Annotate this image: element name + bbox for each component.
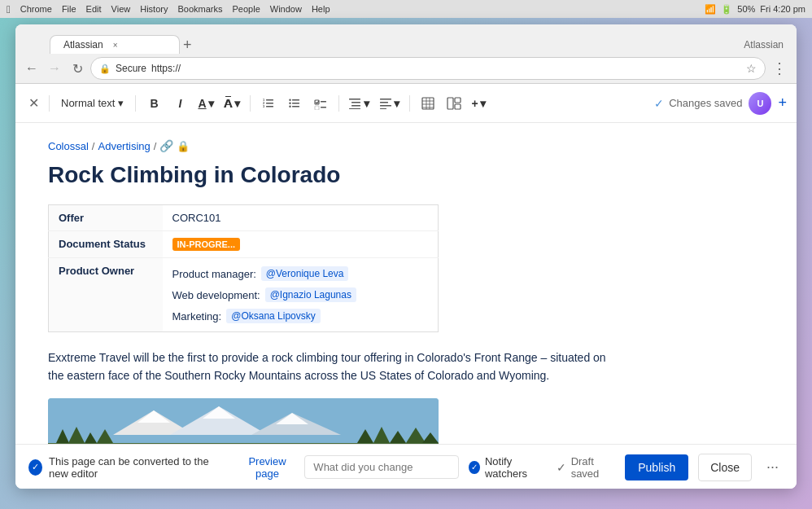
mountain-svg [48, 398, 439, 444]
mac-os-bar:  Chrome File Edit View History Bookmark… [0, 0, 812, 18]
breadcrumb-sep-1: / [92, 140, 95, 152]
close-btn[interactable]: Close [698, 454, 752, 481]
convert-text: This page can be converted to the new ed… [49, 455, 230, 480]
product-owner-value: Product manager: @Veronique Leva Web dev… [163, 258, 439, 332]
svg-point-9 [289, 99, 290, 100]
breadcrumb-advertising[interactable]: Advertising [98, 140, 150, 152]
checkbox-btn[interactable] [309, 92, 332, 115]
bookmark-btn[interactable]: ☆ [746, 62, 757, 75]
svg-rect-30 [447, 98, 453, 109]
battery-percent: 50% [737, 4, 755, 14]
back-btn[interactable]: ← [22, 59, 41, 78]
svg-rect-23 [380, 108, 386, 109]
svg-rect-13 [321, 101, 326, 103]
svg-rect-19 [349, 108, 360, 109]
convert-notice: ✓ This page can be converted to the new … [28, 455, 230, 480]
browser-menu-btn[interactable]: ⋮ [769, 59, 790, 77]
table-layout-btn[interactable] [443, 92, 465, 115]
svg-rect-0 [266, 99, 273, 101]
notify-check-icon: ✓ [469, 461, 480, 474]
page-content: Colossal / Advertising / 🔗 🔒 Rock Climbi… [15, 123, 797, 444]
changes-saved: ✓ Changes saved [654, 97, 742, 110]
offer-label: Offer [49, 205, 163, 231]
menu-help[interactable]: Help [312, 4, 330, 14]
preview-page-btn[interactable]: Preview page [240, 455, 295, 480]
italic-btn[interactable]: I [168, 92, 191, 115]
notify-watchers[interactable]: ✓ Notify watchers [469, 455, 546, 480]
change-description-input[interactable] [304, 455, 459, 479]
toolbar-divider-1 [49, 95, 50, 112]
browser-window: Atlassian × + Atlassian ← → ↻ 🔒 Secure h… [15, 24, 797, 489]
breadcrumb-colossal[interactable]: Colossal [48, 140, 89, 152]
link-icon[interactable]: 🔗 [159, 139, 173, 152]
address-text: https:// [151, 63, 181, 74]
more-options-btn[interactable]: ··· [762, 455, 784, 479]
check-circle-icon: ✓ [654, 97, 664, 110]
breadcrumb-sep-2: / [154, 140, 157, 152]
lock-icon[interactable]: 🔒 [177, 140, 190, 152]
svg-rect-21 [380, 102, 388, 103]
color-btn[interactable]: A̅ ▾ [220, 92, 243, 115]
info-table: Offer CORC101 Document Status IN-PROGRE.… [48, 204, 439, 332]
mac-status: 📶 🔋 50% Fri 4:20 pm [705, 4, 805, 15]
ordered-list-btn[interactable]: 123 [257, 92, 280, 115]
table-btn[interactable] [417, 92, 439, 115]
new-tab-btn[interactable]: + [180, 37, 195, 54]
forward-btn[interactable]: → [45, 59, 64, 78]
svg-rect-1 [266, 103, 273, 104]
menu-edit[interactable]: Edit [86, 4, 102, 14]
notify-label: Notify watchers [485, 455, 547, 480]
user-avatar[interactable]: U [749, 92, 771, 115]
address-bar[interactable]: 🔒 Secure https:// ☆ [90, 57, 766, 80]
tab-close-btn[interactable]: × [110, 39, 121, 50]
mention-veronique[interactable]: @Veronique Leva [261, 266, 349, 281]
offer-value: CORC101 [163, 205, 439, 231]
table-row-offer: Offer CORC101 [49, 205, 439, 231]
menu-people[interactable]: People [233, 4, 260, 14]
insert-btn[interactable]: + ▾ [469, 92, 489, 115]
time-display: Fri 4:20 pm [760, 4, 805, 14]
mention-ignazio[interactable]: @Ignazio Lagunas [265, 287, 356, 302]
align-btn[interactable]: ▾ [376, 92, 403, 115]
text-style-dropdown[interactable]: Normal text ▾ [56, 94, 129, 112]
menu-file[interactable]: File [62, 4, 76, 14]
svg-point-10 [289, 102, 290, 103]
toolbar-divider-5 [409, 95, 410, 112]
marketing-label: Marketing: [172, 310, 222, 323]
secure-icon: 🔒 [99, 64, 111, 74]
browser-toolbar: ← → ↻ 🔒 Secure https:// ☆ ⋮ [15, 54, 797, 83]
toolbar-divider-3 [250, 95, 251, 112]
svg-rect-32 [455, 104, 461, 109]
owner-item-1: Product manager: @Veronique Leva [172, 265, 429, 283]
mention-oksana[interactable]: @Oksana Lipovsky [226, 309, 321, 323]
menu-view[interactable]: View [111, 4, 131, 14]
mac-bar-left:  Chrome File Edit View History Bookmark… [7, 3, 330, 15]
doc-status-label: Document Status [49, 231, 163, 258]
indent-btn[interactable]: ▾ [346, 92, 373, 115]
apple-logo:  [7, 3, 11, 15]
draft-saved-label: Draft saved [571, 455, 616, 480]
underline-btn[interactable]: A ▾ [194, 92, 216, 115]
svg-rect-20 [380, 99, 391, 100]
menu-window[interactable]: Window [270, 4, 302, 14]
svg-text:3: 3 [263, 104, 265, 108]
svg-rect-15 [321, 107, 326, 108]
svg-rect-22 [380, 105, 391, 107]
unordered-list-btn[interactable] [283, 92, 306, 115]
add-collaborator-btn[interactable]: + [778, 94, 787, 112]
atlassian-label: Atlassian [737, 36, 790, 54]
product-owner-row: Product manager: @Veronique Leva Web dev… [172, 265, 429, 325]
menu-bookmarks[interactable]: Bookmarks [177, 4, 222, 14]
publish-btn[interactable]: Publish [625, 454, 688, 480]
browser-tabs: Atlassian × + Atlassian [15, 24, 797, 54]
editor-close-btn[interactable]: ✕ [25, 92, 42, 114]
menu-chrome[interactable]: Chrome [20, 4, 52, 14]
menu-history[interactable]: History [140, 4, 168, 14]
body-text: Exxtreme Travel will be the first to pro… [48, 349, 618, 385]
browser-chrome: Atlassian × + Atlassian ← → ↻ 🔒 Secure h… [15, 24, 797, 84]
bold-btn[interactable]: B [142, 92, 165, 115]
toolbar-divider-2 [135, 95, 136, 112]
plus-icon: + [472, 97, 478, 110]
mountain-image [48, 398, 439, 444]
reload-btn[interactable]: ↻ [68, 59, 87, 78]
